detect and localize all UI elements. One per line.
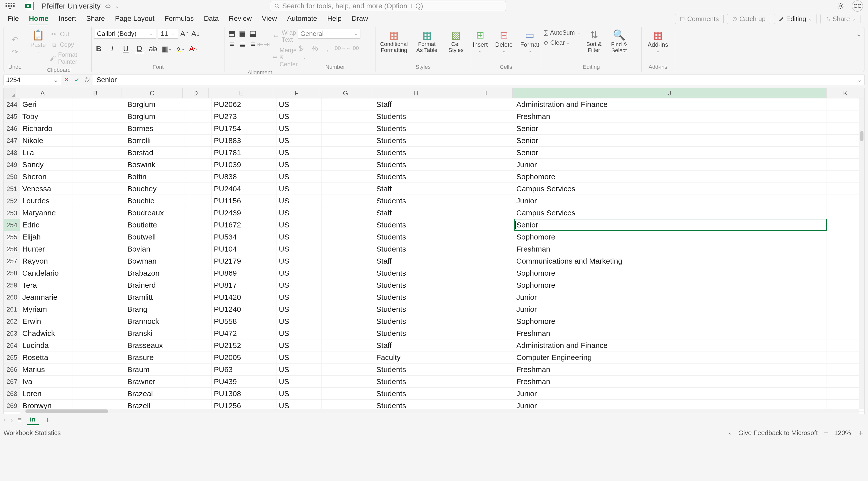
cell-A265[interactable]: Rosetta	[20, 351, 73, 363]
column-header-J[interactable]: J	[513, 88, 827, 98]
cell-G262[interactable]	[322, 315, 374, 327]
column-header-B[interactable]: B	[69, 88, 122, 98]
clear-button[interactable]: ◇Clear⌄	[544, 39, 580, 47]
cell-F254[interactable]: US	[277, 219, 322, 231]
cell-H256[interactable]: Students	[374, 243, 462, 255]
cell-D256[interactable]	[186, 243, 212, 255]
cell-E250[interactable]: PU838	[212, 171, 277, 183]
cell-F248[interactable]: US	[277, 147, 322, 158]
cell-G245[interactable]	[322, 110, 374, 122]
catch-up-button[interactable]: Catch up	[727, 14, 770, 24]
row-header[interactable]: 263	[4, 327, 20, 339]
menu-draw[interactable]: Draw	[352, 12, 368, 25]
cell-F246[interactable]: US	[277, 123, 322, 134]
cell-D245[interactable]	[186, 110, 212, 122]
cell-B253[interactable]	[73, 207, 125, 219]
cell-C266[interactable]: Braum	[125, 363, 186, 375]
cell-K257[interactable]	[827, 255, 864, 267]
cell-B244[interactable]	[73, 98, 125, 110]
column-header-G[interactable]: G	[319, 88, 372, 98]
cell-C254[interactable]: Boutiette	[125, 219, 186, 231]
share-button[interactable]: Share ⌄	[820, 14, 861, 24]
cell-A254[interactable]: Edric	[20, 219, 73, 231]
row-header[interactable]: 253	[4, 207, 20, 219]
cell-D250[interactable]	[186, 171, 212, 183]
cell-E247[interactable]: PU1883	[212, 134, 277, 147]
ribbon-collapse-icon[interactable]: ⌄	[856, 30, 862, 38]
cell-A258[interactable]: Candelario	[20, 267, 73, 279]
cell-F264[interactable]: US	[277, 340, 322, 351]
cell-I255[interactable]	[462, 231, 515, 243]
cell-I252[interactable]	[462, 195, 515, 206]
cell-B258[interactable]	[73, 267, 125, 279]
row-header[interactable]: 269	[4, 400, 20, 412]
cell-G265[interactable]	[322, 351, 374, 363]
cell-D261[interactable]	[186, 303, 212, 315]
cell-A267[interactable]: Iva	[20, 376, 73, 387]
cell-A262[interactable]: Erwin	[20, 315, 73, 327]
cell-I253[interactable]	[462, 207, 515, 219]
select-all-corner[interactable]	[4, 88, 16, 98]
cell-F268[interactable]: US	[277, 388, 322, 399]
row-header[interactable]: 254	[4, 219, 20, 231]
expand-formula-bar-icon[interactable]: ⌄	[858, 77, 862, 83]
cell-B247[interactable]	[73, 134, 125, 147]
cell-J251[interactable]: Campus Services	[515, 183, 827, 195]
cell-F251[interactable]: US	[277, 183, 322, 195]
menu-automate[interactable]: Automate	[287, 12, 317, 25]
cell-K245[interactable]	[827, 110, 864, 122]
cell-I249[interactable]	[462, 159, 515, 170]
cell-K265[interactable]	[827, 351, 864, 363]
cell-E253[interactable]: PU2439	[212, 207, 277, 219]
cell-G264[interactable]	[322, 340, 374, 351]
cell-G246[interactable]	[322, 123, 374, 134]
autosum-button[interactable]: ∑AutoSum⌄	[544, 29, 580, 37]
cell-E264[interactable]: PU2152	[212, 340, 277, 351]
cell-C259[interactable]: Brainerd	[125, 279, 186, 291]
cell-G253[interactable]	[322, 207, 374, 219]
cell-E263[interactable]: PU472	[212, 327, 277, 339]
cell-I251[interactable]	[462, 183, 515, 195]
cell-J246[interactable]: Senior	[515, 123, 827, 134]
column-header-C[interactable]: C	[122, 88, 183, 98]
cell-I267[interactable]	[462, 376, 515, 387]
cell-K262[interactable]	[827, 315, 864, 327]
cell-K267[interactable]	[827, 376, 864, 387]
cell-D255[interactable]	[186, 231, 212, 243]
horizontal-scrollbar[interactable]	[20, 409, 859, 414]
cell-C249[interactable]: Boswink	[125, 159, 186, 170]
cell-I261[interactable]	[462, 303, 515, 315]
underline-button[interactable]: U	[121, 44, 130, 53]
menu-help[interactable]: Help	[327, 12, 342, 25]
cell-C261[interactable]: Brang	[125, 303, 186, 315]
strikethrough-button[interactable]: ab	[149, 44, 157, 53]
column-header-D[interactable]: D	[183, 88, 209, 98]
cell-A264[interactable]: Lucinda	[20, 340, 73, 351]
insert-function-button[interactable]: fx	[82, 74, 93, 85]
cell-D266[interactable]	[186, 363, 212, 375]
cell-E248[interactable]: PU1781	[212, 147, 277, 158]
cell-H249[interactable]: Students	[374, 159, 462, 170]
cell-C253[interactable]: Boudreaux	[125, 207, 186, 219]
cell-A268[interactable]: Loren	[20, 388, 73, 399]
cell-D248[interactable]	[186, 147, 212, 158]
zoom-in-button[interactable]: ＋	[857, 428, 865, 438]
zoom-out-button[interactable]: −	[824, 428, 828, 437]
decrease-font-button[interactable]: A↓	[191, 29, 200, 38]
align-bottom-button[interactable]: ⬓	[248, 29, 257, 38]
cell-H265[interactable]: Faculty	[374, 351, 462, 363]
cell-H268[interactable]: Students	[374, 388, 462, 399]
cell-H260[interactable]: Students	[374, 291, 462, 303]
cell-A244[interactable]: Geri	[20, 98, 73, 110]
cell-K255[interactable]	[827, 231, 864, 243]
cell-J244[interactable]: Administration and Finance	[515, 98, 827, 110]
cell-K260[interactable]	[827, 291, 864, 303]
cell-E259[interactable]: PU817	[212, 279, 277, 291]
cell-F245[interactable]: US	[277, 110, 322, 122]
cell-D265[interactable]	[186, 351, 212, 363]
add-sheet-button[interactable]: ＋	[44, 415, 51, 425]
cell-G252[interactable]	[322, 195, 374, 206]
zoom-level[interactable]: 120%	[834, 429, 851, 437]
cell-E265[interactable]: PU2005	[212, 351, 277, 363]
cell-H266[interactable]: Students	[374, 363, 462, 375]
